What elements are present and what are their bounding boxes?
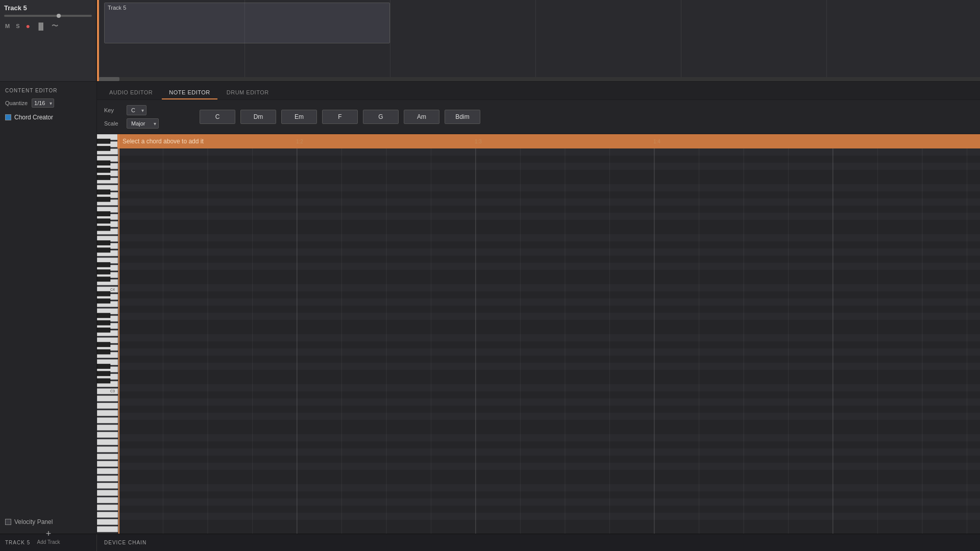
svg-text:C4: C4	[110, 288, 115, 291]
quantize-row: Quantize 1/16 1/8 1/4	[5, 98, 91, 108]
svg-rect-50	[97, 490, 118, 496]
svg-rect-38	[97, 403, 118, 409]
svg-rect-55	[97, 527, 118, 532]
bottom-device-label: DEVICE CHAIN	[97, 534, 154, 551]
svg-rect-57	[97, 146, 110, 151]
piano-roll-container[interactable]: Select a chord above to add it 1:2 1:3 1…	[97, 134, 980, 534]
record-button[interactable]: ●	[25, 21, 31, 31]
key-row: Key C D E F G A B	[104, 105, 159, 115]
chord-buttons: C Dm Em F G Am Bdim	[169, 110, 973, 124]
track-controls: M S ● ▐▌ 〜	[4, 21, 92, 31]
svg-text:C3: C3	[110, 389, 115, 393]
track-name: Track 5	[4, 4, 92, 12]
svg-rect-39	[97, 410, 118, 416]
note-editor-content: Key C D E F G A B	[97, 100, 980, 534]
timeline-area[interactable]: Track 5	[99, 0, 980, 81]
svg-rect-48	[97, 475, 118, 481]
piano-svg: C4 C3	[97, 134, 118, 534]
grid-svg	[118, 134, 980, 534]
svg-rect-80	[97, 379, 110, 383]
svg-rect-67	[97, 248, 110, 253]
quantize-wrapper: 1/16 1/8 1/4	[32, 98, 54, 108]
svg-rect-72	[97, 298, 110, 303]
svg-rect-53	[97, 512, 118, 517]
note-grid[interactable]	[118, 134, 980, 534]
svg-rect-95	[118, 134, 980, 534]
chord-btn-C[interactable]: C	[200, 110, 235, 124]
main-editor: AUDIO EDITOR NOTE EDITOR DRUM EDITOR Key…	[97, 82, 980, 534]
tab-audio-editor[interactable]: AUDIO EDITOR	[102, 86, 160, 99]
chord-creator-checkbox[interactable]	[5, 114, 11, 120]
svg-rect-54	[97, 519, 118, 525]
chord-btn-Bdim[interactable]: Bdim	[445, 110, 480, 124]
add-track-button[interactable]: + Add Track	[0, 527, 97, 547]
svg-rect-62	[97, 197, 110, 202]
svg-rect-76	[97, 342, 110, 347]
svg-rect-45	[97, 454, 118, 459]
svg-rect-37	[97, 396, 118, 402]
timeline-scrollbar[interactable]	[99, 77, 980, 81]
svg-rect-61	[97, 190, 110, 194]
key-scale-group: Key C D E F G A B	[104, 105, 159, 129]
key-select-wrapper: C D E F G A B	[127, 105, 146, 115]
chord-controls-row: Key C D E F G A B	[97, 100, 980, 134]
tab-note-editor[interactable]: NOTE EDITOR	[162, 86, 217, 99]
piano-keys[interactable]: C4 C3	[97, 134, 118, 534]
chord-creator-label: Chord Creator	[14, 114, 53, 121]
svg-rect-41	[97, 424, 118, 430]
measure-marker-14: 1:4	[653, 139, 660, 144]
svg-rect-75	[97, 328, 110, 332]
scale-row: Scale Major Minor Dorian	[104, 118, 159, 129]
measure-marker-12: 1:2	[296, 139, 303, 144]
svg-rect-60	[97, 175, 110, 180]
editor-tabs: AUDIO EDITOR NOTE EDITOR DRUM EDITOR	[97, 82, 980, 100]
track-volume-bar[interactable]	[4, 15, 92, 17]
chord-creator-row: Chord Creator	[5, 114, 91, 121]
svg-rect-73	[97, 313, 110, 318]
chord-hint-bar: Select a chord above to add it 1:2 1:3 1…	[117, 134, 980, 148]
svg-rect-56	[97, 139, 110, 143]
chord-btn-Am[interactable]: Am	[404, 110, 439, 124]
middle-section: CONTENT EDITOR Quantize 1/16 1/8 1/4 Cho…	[0, 82, 980, 534]
svg-rect-59	[97, 168, 110, 172]
bottom-bar: TRACK 5 DEVICE CHAIN	[0, 534, 980, 551]
chord-btn-Dm[interactable]: Dm	[240, 110, 276, 124]
svg-rect-46	[97, 461, 118, 467]
svg-rect-40	[97, 417, 118, 423]
add-track-label: Add Track	[37, 539, 60, 545]
svg-rect-42	[97, 432, 118, 438]
svg-rect-74	[97, 320, 110, 325]
velocity-panel-label: Velocity Panel	[14, 518, 53, 525]
svg-rect-68	[97, 262, 110, 267]
timeline-scrollbar-thumb[interactable]	[99, 77, 119, 81]
chord-btn-F[interactable]: F	[322, 110, 358, 124]
playhead	[118, 134, 119, 534]
svg-rect-66	[97, 240, 110, 245]
svg-rect-64	[97, 219, 110, 223]
scale-select[interactable]: Major Minor Dorian	[127, 118, 159, 129]
mute-button[interactable]: M	[4, 22, 11, 30]
clip-label: Track 5	[105, 3, 389, 12]
track-header: Track 5 M S ● ▐▌ 〜 + Add Track	[0, 0, 97, 81]
quantize-label: Quantize	[5, 100, 28, 106]
svg-rect-51	[97, 497, 118, 503]
quantize-select[interactable]: 1/16 1/8 1/4	[32, 98, 54, 108]
svg-rect-63	[97, 212, 110, 216]
wave-icon: 〜	[51, 21, 59, 31]
svg-rect-49	[97, 483, 118, 488]
svg-rect-65	[97, 226, 110, 231]
svg-rect-58	[97, 161, 110, 165]
scale-label: Scale	[104, 120, 122, 127]
bars-icon: ▐▌	[35, 22, 46, 31]
key-select[interactable]: C D E F G A B	[127, 105, 146, 115]
tab-drum-editor[interactable]: DRUM EDITOR	[219, 86, 276, 99]
svg-rect-79	[97, 371, 110, 376]
add-track-plus-icon: +	[46, 529, 52, 538]
chord-btn-Em[interactable]: Em	[281, 110, 317, 124]
solo-button[interactable]: S	[15, 22, 20, 30]
svg-rect-69	[97, 269, 110, 274]
track-clip[interactable]: Track 5	[104, 3, 390, 43]
velocity-panel-checkbox[interactable]	[5, 519, 11, 525]
chord-btn-G[interactable]: G	[363, 110, 399, 124]
left-sidebar: CONTENT EDITOR Quantize 1/16 1/8 1/4 Cho…	[0, 82, 97, 534]
